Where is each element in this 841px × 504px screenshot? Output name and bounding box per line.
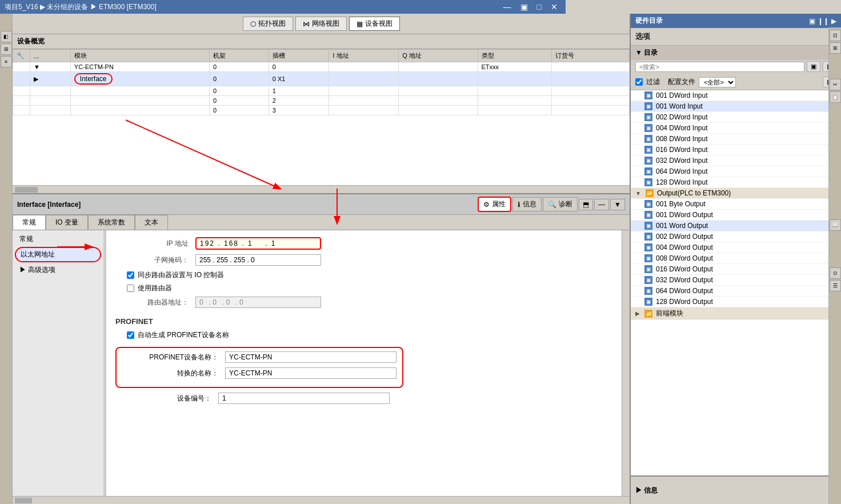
tree-folder-frontend[interactable]: ▶ 📁 前端模块 xyxy=(631,307,841,320)
rh-btn1[interactable]: ▣ xyxy=(809,17,815,25)
tree-item-word-input-001[interactable]: ▣ 001 Word Input xyxy=(631,101,841,112)
module-icon: ▣ xyxy=(644,276,652,284)
ctab-sysconst[interactable]: 系统常数 xyxy=(88,215,135,230)
ctab-text[interactable]: 文本 xyxy=(135,215,168,230)
config-select[interactable]: <全部> xyxy=(699,77,736,87)
props-scrollbar[interactable] xyxy=(622,230,630,496)
ctab-general[interactable]: 常规 xyxy=(13,215,46,230)
device-view-button[interactable]: ▦ 设备视图 xyxy=(349,17,400,31)
catalog-tree: ▣ 001 DWord Input ▣ 001 Word Input ▣ 002… xyxy=(631,90,841,475)
table-row[interactable]: 0 2 xyxy=(13,96,630,106)
tree-item-dword-output-128[interactable]: ▣ 128 DWord Output xyxy=(631,297,841,307)
tree-item-dword-output-001[interactable]: ▣ 001 DWord Output xyxy=(631,210,841,221)
filter-label: 过滤 xyxy=(646,77,660,87)
col-slot: 插槽 xyxy=(269,50,329,62)
float-button[interactable]: ⬒ xyxy=(579,199,593,210)
tab-diag[interactable]: 🔍 诊断 xyxy=(543,197,578,211)
search-row: ▣ ▦ xyxy=(631,60,841,74)
tab-props[interactable]: ⚙ 属性 xyxy=(478,197,511,212)
rtool-1[interactable]: ⊡ xyxy=(830,30,841,41)
rtool-3[interactable]: ✂ xyxy=(830,79,841,90)
ctab-io[interactable]: IO 变量 xyxy=(46,215,88,230)
module-icon: ▣ xyxy=(644,254,652,262)
bottom-horiz-scroll[interactable] xyxy=(13,496,630,504)
profinet-device-input[interactable] xyxy=(225,351,397,363)
tree-item-byte-output-001[interactable]: ▣ 001 Byte Output xyxy=(631,199,841,210)
tree-item-dword-output-016[interactable]: ▣ 016 DWord Output xyxy=(631,264,841,275)
tree-item-dword-output-002[interactable]: ▣ 002 DWord Output xyxy=(631,231,841,242)
nav-eth[interactable]: 以太网地址 xyxy=(15,247,101,262)
col-type: 类型 xyxy=(478,50,551,62)
tree-item-dword-input-032[interactable]: ▣ 032 DWord Input xyxy=(631,155,841,166)
restore-button[interactable]: ▣ xyxy=(517,1,531,13)
module-icon: ▣ xyxy=(644,222,652,230)
search-input[interactable] xyxy=(635,62,804,72)
tab-info[interactable]: ℹ 信息 xyxy=(512,197,542,211)
ip-input[interactable] xyxy=(195,237,321,250)
rtool-5[interactable]: 📖 xyxy=(830,219,841,231)
tree-item-dword-input-001[interactable]: ▣ 001 DWord Input xyxy=(631,90,841,101)
left-tool-1[interactable]: ◧ xyxy=(1,31,12,42)
tree-folder-output[interactable]: ▼ 📁 Output(PLC to ETM300) xyxy=(631,188,841,199)
config-label: 配置文件 xyxy=(668,77,695,87)
module-icon: ▣ xyxy=(644,298,652,306)
tree-item-word-output-001[interactable]: ▣ 001 Word Output xyxy=(631,221,841,231)
catalog-section: ▼ 目录 ▣ ▦ 过滤 配置文件 <全部> ▦ xyxy=(631,46,841,475)
tree-item-dword-output-008[interactable]: ▣ 008 DWord Output xyxy=(631,253,841,264)
rh-btn3[interactable]: ▶ xyxy=(831,17,836,25)
breadcrumb: 项目5_V16 ▶ 未分组的设备 ▶ ETM300 [ETM300] xyxy=(5,2,157,12)
minimize-button[interactable]: — xyxy=(500,1,515,13)
col-qaddr: Q 地址 xyxy=(399,50,478,62)
table-row[interactable]: ▼ YC-ECTM-PN 0 0 ETxxx xyxy=(13,62,630,72)
col-tools: 🔧 xyxy=(13,50,30,62)
auto-gen-checkbox[interactable] xyxy=(127,331,134,339)
tree-item-dword-output-064[interactable]: ▣ 064 DWord Output xyxy=(631,286,841,297)
tree-item-dword-input-008[interactable]: ▣ 008 DWord Input xyxy=(631,134,841,145)
table-row[interactable]: ▶ Interface 0 0 X1 xyxy=(13,72,630,86)
left-tool-2[interactable]: ⊞ xyxy=(1,43,12,55)
device-num-input[interactable] xyxy=(218,393,390,404)
search-button-1[interactable]: ▣ xyxy=(807,61,820,72)
rh-btn2[interactable]: ❙❙ xyxy=(818,17,829,25)
nav-advanced[interactable]: ▶ 高级选项 xyxy=(13,263,103,277)
nav-general[interactable]: 常规 xyxy=(13,233,103,246)
rtool-7[interactable]: ☰ xyxy=(830,280,841,291)
tree-item-dword-input-016[interactable]: ▣ 016 DWord Input xyxy=(631,145,841,155)
right-panel-header: 硬件目录 ▣ ❙❙ ▶ xyxy=(631,14,841,28)
router-input[interactable] xyxy=(195,297,321,308)
sync-router-checkbox[interactable] xyxy=(127,271,134,279)
undock-button[interactable]: — xyxy=(594,199,609,210)
panel-close-button[interactable]: ▼ xyxy=(610,199,625,210)
title-bar: 项目5_V16 ▶ 未分组的设备 ▶ ETM300 [ETM300] — ▣ □… xyxy=(0,0,566,14)
maximize-button[interactable]: □ xyxy=(534,1,545,13)
rtool-6[interactable]: ⊙ xyxy=(830,267,841,279)
module-icon: ▣ xyxy=(644,157,652,165)
left-tool-3[interactable]: ≡ xyxy=(1,56,12,67)
subnet-input[interactable] xyxy=(195,254,321,266)
topo-view-button[interactable]: ⬡ 拓扑视图 xyxy=(243,17,293,31)
close-button[interactable]: ✕ xyxy=(547,1,561,13)
device-num-label: 设备编号： xyxy=(115,394,218,403)
col-order: 订货号 xyxy=(551,50,629,62)
module-icon: ▣ xyxy=(644,200,652,208)
tree-item-dword-input-064[interactable]: ▣ 064 DWord Input xyxy=(631,166,841,177)
horiz-scroll[interactable] xyxy=(13,185,630,193)
network-view-button[interactable]: ⋈ 网络视图 xyxy=(295,17,347,31)
tree-item-dword-output-032[interactable]: ▣ 032 DWord Output xyxy=(631,275,841,286)
tree-item-dword-input-002[interactable]: ▣ 002 DWord Input xyxy=(631,112,841,123)
rtool-4[interactable]: 📋 xyxy=(830,91,841,103)
col-iaddr: I 地址 xyxy=(329,50,399,62)
tree-item-dword-input-004[interactable]: ▣ 004 DWord Input xyxy=(631,123,841,134)
tree-item-dword-output-004[interactable]: ▣ 004 DWord Output xyxy=(631,242,841,253)
interface-header: Interface [Interface] ⚙ 属性 ℹ 信息 🔍 诊断 xyxy=(13,194,630,215)
info-panel[interactable]: ▶ 信息 xyxy=(631,475,841,504)
rtool-2[interactable]: ⊞ xyxy=(830,42,841,54)
interface-section: Interface [Interface] ⚙ 属性 ℹ 信息 🔍 诊断 xyxy=(13,194,630,504)
table-row[interactable]: 0 3 xyxy=(13,106,630,115)
use-router-checkbox[interactable] xyxy=(127,285,134,292)
filter-checkbox[interactable] xyxy=(635,78,643,86)
table-row[interactable]: 0 1 xyxy=(13,86,630,96)
profinet-group: PROFINET设备名称： 转换的名称： xyxy=(115,347,403,388)
converted-input[interactable] xyxy=(225,367,397,379)
tree-item-dword-input-128[interactable]: ▣ 128 DWord Input xyxy=(631,177,841,188)
